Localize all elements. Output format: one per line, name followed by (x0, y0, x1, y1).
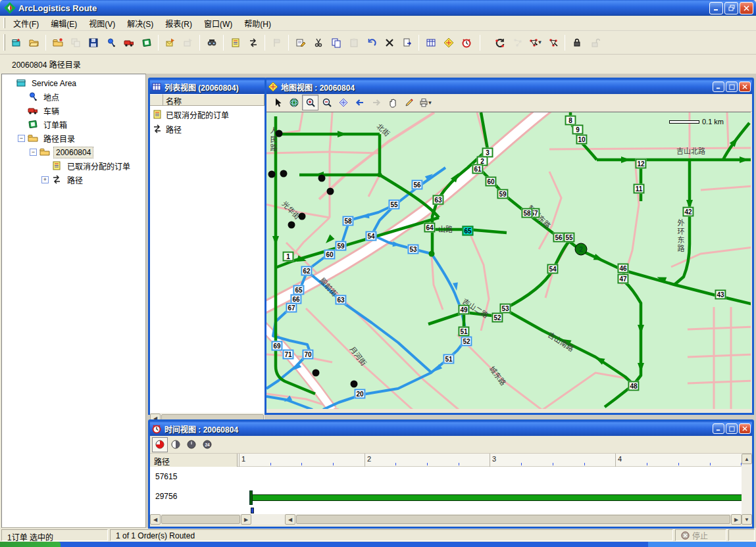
tree-expander-minus-icon[interactable]: − (18, 135, 25, 142)
open-project-button[interactable] (25, 34, 43, 51)
menu-item[interactable]: 编辑(E) (45, 16, 83, 31)
lock-button[interactable] (568, 34, 586, 51)
map-stop-blue[interactable]: 51 (443, 354, 454, 364)
draw-button[interactable] (401, 95, 417, 110)
map-stop-blue[interactable]: 56 (411, 180, 422, 190)
cut-button[interactable] (309, 34, 327, 51)
map-stop-blue[interactable]: 70 (302, 350, 313, 360)
export-orders-button[interactable] (179, 34, 197, 51)
tree-item[interactable]: 订单箱 (2, 118, 145, 131)
map-stop-blue[interactable]: 53 (407, 245, 418, 254)
unlock-button[interactable] (586, 34, 603, 51)
unassigned-order-dot[interactable] (327, 188, 334, 195)
time-maximize-button[interactable] (726, 423, 738, 434)
properties-button[interactable] (291, 34, 309, 51)
map-stop-green[interactable]: 43 (715, 290, 726, 300)
map-view-titlebar[interactable]: 地图视图 : 20060804 (266, 80, 752, 94)
map-stop-green[interactable]: 59 (497, 189, 508, 199)
map-stop-green[interactable]: 58 (521, 208, 532, 218)
restore-button[interactable] (724, 2, 738, 14)
tree-item[interactable]: 车辆 (2, 104, 145, 118)
route-row-label[interactable]: 29756 (155, 492, 177, 501)
tree-item[interactable]: 地点 (2, 90, 145, 104)
map-stop-blue[interactable]: 71 (282, 350, 293, 360)
undo-button[interactable] (363, 34, 380, 51)
menu-item[interactable]: 窗口(W) (198, 16, 238, 31)
map-stop-blue[interactable]: 60 (324, 250, 335, 260)
time-view-button[interactable] (457, 34, 475, 51)
map-stop-blue[interactable]: 58 (342, 216, 353, 226)
delete-button[interactable] (380, 34, 398, 51)
clock-full-button[interactable] (184, 437, 199, 452)
map-stop-blue[interactable]: 67 (286, 303, 297, 313)
map-stop-blue[interactable]: 54 (365, 231, 376, 241)
new-folder-button[interactable] (49, 34, 66, 51)
map-close-button[interactable] (739, 82, 751, 92)
tree-item[interactable]: −20060804 (2, 145, 145, 159)
map-stop-blue[interactable]: 20 (354, 389, 365, 399)
globe-button[interactable] (286, 95, 302, 110)
map-stop-green[interactable]: 60 (485, 177, 496, 187)
route-row-label[interactable]: 57615 (155, 472, 177, 481)
forward-button[interactable] (368, 95, 384, 110)
menu-item[interactable]: 报表(R) (159, 16, 198, 31)
time-left-hscrollbar[interactable]: ◀▶ (150, 514, 285, 525)
map-stop-green[interactable]: 53 (499, 304, 511, 314)
dropdown-caret-icon[interactable]: ▼ (538, 39, 543, 45)
map-view-button[interactable] (440, 34, 457, 51)
zoom-out-button[interactable] (318, 95, 335, 110)
new-project-button[interactable] (7, 34, 25, 51)
location-pin-button[interactable] (102, 34, 120, 51)
unassigned-order-dot[interactable] (351, 381, 358, 388)
map-stop-blue[interactable]: 59 (335, 241, 346, 251)
import-orders-button[interactable] (161, 34, 179, 51)
map-stop-selected[interactable]: 65 (462, 226, 473, 236)
map-stop-blue[interactable]: 65 (293, 285, 304, 295)
build-routes-button[interactable] (491, 34, 509, 51)
list-view-titlebar[interactable]: 列表视图 (20060804) (150, 80, 265, 94)
taskbar-sliver[interactable] (0, 542, 756, 547)
paste-button[interactable] (345, 34, 363, 51)
map-stop-blue[interactable]: 69 (271, 341, 282, 351)
map-stop-blue[interactable]: 62 (301, 266, 312, 276)
map-stop-green[interactable]: 54 (547, 264, 558, 274)
time-vscrollbar[interactable]: ▲▼ (742, 454, 752, 525)
map-stop-green[interactable]: 55 (563, 233, 574, 243)
pan-hand-button[interactable] (384, 95, 401, 110)
minimize-button[interactable] (709, 2, 723, 14)
print-button[interactable]: ▼ (417, 95, 434, 110)
map-stop-green[interactable]: 49 (458, 305, 469, 315)
map-stop-green[interactable]: 51 (458, 327, 469, 337)
map-stop-green[interactable]: 12 (635, 159, 646, 169)
map-stop-green[interactable]: 11 (634, 184, 645, 194)
tree-item[interactable]: −路径目录 (2, 131, 145, 145)
zoom-in-button[interactable] (302, 95, 318, 110)
list-view-button[interactable] (422, 34, 440, 51)
map-stop-green[interactable]: 9 (572, 125, 584, 135)
unassign-orders-button[interactable] (544, 34, 562, 51)
start-button-edge[interactable] (0, 542, 61, 547)
sequence-button[interactable] (509, 34, 526, 51)
dropdown-caret-icon[interactable]: ▼ (428, 100, 433, 106)
unassigned-order-dot[interactable] (288, 222, 295, 229)
unassigned-order-dot[interactable] (276, 130, 283, 137)
clock-24-button[interactable]: 24 (199, 437, 215, 452)
route-gantt-bar[interactable] (252, 494, 742, 501)
time-indicator[interactable] (251, 508, 254, 513)
toolbar-grip[interactable] (3, 34, 5, 51)
map-minimize-button[interactable] (713, 82, 724, 92)
map-stop-green[interactable]: 61 (472, 164, 483, 174)
tree-expander-minus-icon[interactable]: − (30, 149, 37, 156)
unassigned-order-dot[interactable] (268, 171, 276, 178)
copy-button[interactable] (327, 34, 345, 51)
clock-half-button[interactable] (168, 437, 184, 452)
tree-item[interactable]: +路径 (2, 173, 145, 187)
menu-item[interactable]: 帮助(H) (238, 16, 277, 31)
routes-button[interactable] (244, 34, 262, 51)
zoom-selected-button[interactable] (335, 95, 351, 110)
map-stop-green[interactable]: 1 (283, 252, 294, 262)
map-stop-green[interactable]: 10 (576, 135, 587, 145)
map-stop-green[interactable]: 64 (424, 223, 435, 233)
map-stop-green[interactable]: 56 (553, 233, 564, 243)
vehicle-button[interactable] (120, 34, 138, 51)
